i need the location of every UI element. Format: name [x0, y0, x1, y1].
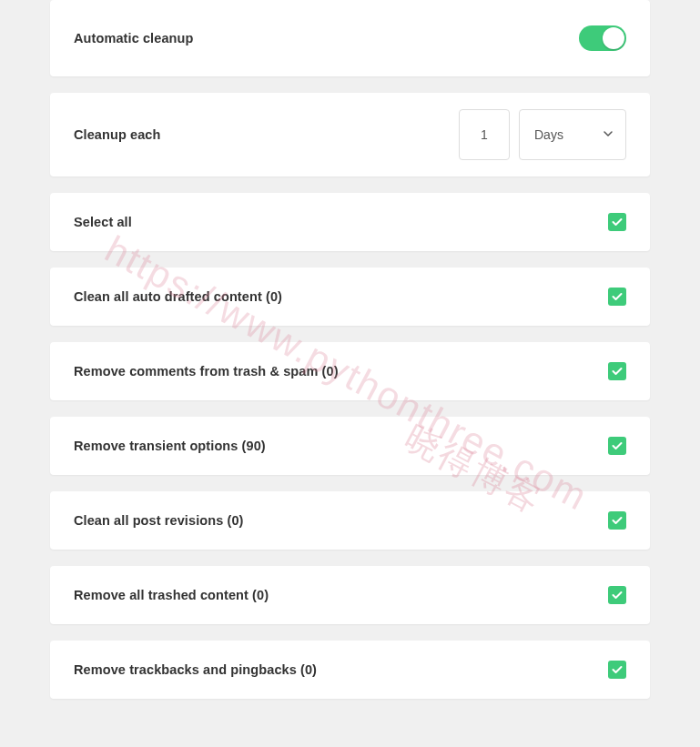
option-label: Clean all auto drafted content (0) [74, 289, 282, 304]
check-icon [611, 589, 624, 601]
option-remove-comments-row: Remove comments from trash & spam (0) [50, 342, 650, 400]
option-label: Remove trackbacks and pingbacks (0) [74, 662, 317, 677]
option-select-all-row: Select all [50, 193, 650, 251]
remove-trashed-checkbox[interactable] [608, 586, 626, 604]
select-all-checkbox[interactable] [608, 213, 626, 231]
remove-transient-checkbox[interactable] [608, 437, 626, 455]
check-icon [611, 290, 624, 303]
toggle-knob [603, 27, 624, 49]
remove-trackbacks-checkbox[interactable] [608, 661, 626, 679]
option-label: Remove comments from trash & spam (0) [74, 364, 339, 379]
cleanup-unit-select[interactable]: Days [519, 109, 626, 160]
option-label: Remove transient options (90) [74, 439, 266, 453]
option-clean-auto-drafted-row: Clean all auto drafted content (0) [50, 268, 650, 326]
cleanup-interval-input[interactable] [459, 109, 510, 160]
option-clean-revisions-row: Clean all post revisions (0) [50, 491, 650, 550]
option-label: Clean all post revisions (0) [74, 513, 244, 528]
option-remove-trackbacks-row: Remove trackbacks and pingbacks (0) [50, 641, 650, 699]
automatic-cleanup-toggle[interactable] [579, 25, 626, 51]
option-remove-transient-row: Remove transient options (90) [50, 417, 650, 475]
automatic-cleanup-row: Automatic cleanup [50, 0, 650, 76]
cleanup-each-row: Cleanup each Days [50, 93, 650, 177]
option-label: Remove all trashed content (0) [74, 588, 269, 602]
check-icon [611, 439, 624, 452]
check-icon [611, 514, 624, 527]
clean-auto-drafted-checkbox[interactable] [608, 288, 626, 306]
option-remove-trashed-row: Remove all trashed content (0) [50, 566, 650, 624]
remove-comments-checkbox[interactable] [608, 362, 626, 380]
check-icon [611, 663, 624, 676]
clean-revisions-checkbox[interactable] [608, 511, 626, 530]
cleanup-each-controls: Days [459, 109, 626, 160]
check-icon [611, 365, 624, 378]
check-icon [611, 216, 624, 228]
option-label: Select all [74, 215, 132, 229]
automatic-cleanup-label: Automatic cleanup [74, 31, 193, 45]
cleanup-each-label: Cleanup each [74, 127, 160, 142]
